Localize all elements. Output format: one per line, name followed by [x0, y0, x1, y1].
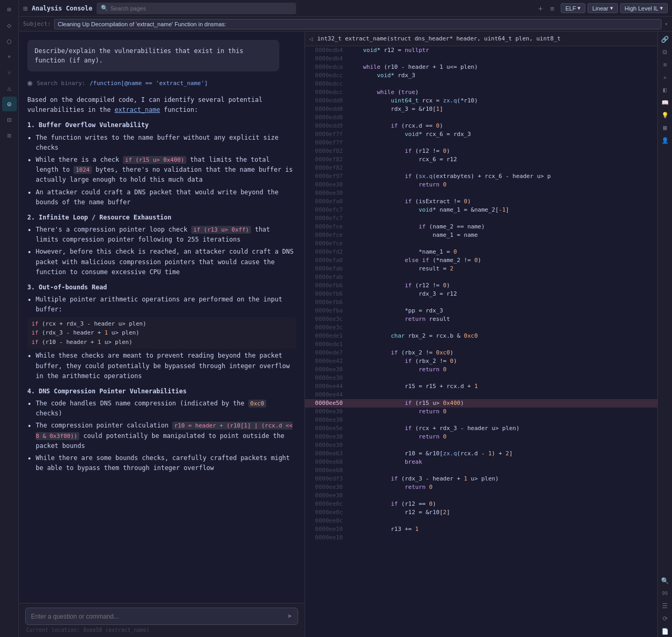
- highlevel-dropdown[interactable]: High Level IL ▾: [620, 3, 668, 13]
- section-1-list: The function writes to the name buffer w…: [36, 133, 296, 207]
- section-1-header: 1. Buffer Overflow Vulnerability: [27, 120, 296, 130]
- subject-input[interactable]: [54, 19, 662, 29]
- code-spacer-ee30-4: 0000ee30: [305, 441, 657, 450]
- code-line-ee30-4: 0000ee30 return 0: [305, 433, 657, 441]
- num-icon[interactable]: 99: [659, 588, 671, 599]
- right-panel: ◁ int32_t extract_name(struct dns_header…: [305, 32, 657, 637]
- send-button[interactable]: ➤: [287, 611, 292, 621]
- code-line-ef82-2: 0000ef82 rcx_6 = r12: [305, 155, 657, 164]
- code-line-efce-1: 0000efce if (name_2 == name): [305, 223, 657, 231]
- bug-icon[interactable]: ⚠: [2, 81, 17, 96]
- bulb-icon[interactable]: 💡: [659, 109, 671, 121]
- code-line-ee0c-2: 0000ee0c r12 = &r10[2]: [305, 508, 657, 517]
- robot-icon[interactable]: ⊙: [2, 97, 17, 111]
- code-spacer-edcc: 0000edcc: [305, 80, 657, 88]
- tab-menu-button[interactable]: ≡: [548, 3, 556, 14]
- subject-bar: Subject: ▾: [19, 17, 672, 32]
- book-icon[interactable]: 📖: [659, 97, 671, 108]
- code-nav: ◁: [309, 35, 313, 43]
- code-line-ee42: 0000ee42 if (rbx_2 != 0): [305, 357, 657, 366]
- layers-icon[interactable]: ≋: [2, 128, 17, 143]
- chat-input-area: ➤ Current location: 0xee50 (extract_name…: [19, 603, 304, 637]
- code-spacer-efab: 0000efab: [305, 273, 657, 281]
- code-spacer-ee3c: 0000ee3c: [305, 323, 657, 332]
- code-spacer-ee10: 0000ee10: [305, 534, 657, 542]
- link-icon[interactable]: 🔗: [659, 34, 671, 45]
- copy-icon[interactable]: ⧉: [659, 46, 671, 58]
- elf-dropdown[interactable]: ELF ▾: [561, 3, 585, 13]
- app-grid-icon: ⊞: [23, 4, 27, 13]
- menu2-icon[interactable]: ≡: [659, 59, 671, 70]
- code-body[interactable]: 0000edb4 void* r12 = nullptr 0000edb4 00…: [305, 46, 657, 637]
- code-line-edcc-while: 0000edcc while (true): [305, 88, 657, 97]
- section-3-extra: While these checks are meant to prevent …: [36, 351, 296, 381]
- grid2-icon[interactable]: ▦: [659, 122, 671, 133]
- search-input[interactable]: [110, 5, 292, 12]
- sidebar-icon-0[interactable]: ⊞: [2, 2, 17, 17]
- func-name-link: extract_name: [114, 106, 160, 113]
- code-spacer-edd0: 0000edd0: [305, 113, 657, 122]
- tab-add-button[interactable]: +: [536, 3, 544, 14]
- person-icon[interactable]: ⚬: [2, 49, 17, 64]
- user-bubble: Describe/explain the vulnerabilities tha…: [27, 40, 279, 71]
- code-line-ee30-1: 0000ee30 return 0: [305, 181, 657, 189]
- code-line-efa0-else: 0000efa0 else if (*name_2 != 0): [305, 256, 657, 265]
- linear-dropdown[interactable]: Linear ▾: [587, 3, 618, 13]
- sidebar-icon-1[interactable]: ◇: [2, 18, 17, 33]
- ai-response: Based on the decompiled code, I can iden…: [27, 95, 296, 475]
- search-binary-dot: [27, 81, 33, 86]
- code-line-ee30-3: 0000ee30 return 0: [305, 408, 657, 416]
- code-spacer-ee30-3: 0000ee30: [305, 416, 657, 424]
- code-spacer-ee44: 0000ee44: [305, 391, 657, 399]
- code-line-efce-2: 0000efce name_1 = name: [305, 231, 657, 239]
- section-3-header: 3. Out-of-bounds Read: [27, 283, 296, 293]
- search2-icon[interactable]: 🔍: [659, 575, 671, 587]
- code-spacer-ee30-5: 0000ee30: [305, 492, 657, 500]
- code-line-ee10-1: 0000ee10 r13 += 1: [305, 525, 657, 534]
- sidebar-left: ⊞ ◇ ○ ⚬ ⑂ ⚠ ⊙ ⊟ ≋: [0, 0, 19, 637]
- code-line-edca: 0000edca while (r10 - header + 1 u<= ple…: [305, 63, 657, 71]
- sidebar-right: 🔗 ⧉ ≡ ✕ ◧ 📖 💡 ▦ 👤 🔍 99 ☰ ⟳ 📄: [657, 32, 672, 637]
- code-line-ede1-1: 0000ede1 char rbx_2 = rcx.b & 0xc0: [305, 332, 657, 340]
- layers2-icon[interactable]: ◧: [659, 84, 671, 96]
- chat-area: Describe/explain the vulnerabilities tha…: [19, 32, 304, 603]
- section-4-list: The code handles DNS name compression (i…: [36, 399, 296, 473]
- doc-icon[interactable]: 📄: [659, 625, 671, 637]
- user2-icon[interactable]: 👤: [659, 134, 671, 146]
- search-bar-container: 🔍: [97, 3, 296, 14]
- branch-icon[interactable]: ⑂: [2, 65, 17, 80]
- code-spacer-ef82: 0000ef82: [305, 164, 657, 172]
- user-bubble-text: Describe/explain the vulnerabilities tha…: [35, 47, 243, 64]
- code-spacer-ef7f: 0000ef7f: [305, 139, 657, 147]
- code-line-ef7f-1: 0000ef7f void* rcx_6 = rdx_3: [305, 130, 657, 139]
- view-dropdowns: ELF ▾ Linear ▾ High Level IL ▾: [561, 3, 668, 13]
- code-line-efc7-1: 0000efc7 void* name_1 = &name_2[-1]: [305, 206, 657, 214]
- subject-dropdown-icon[interactable]: ▾: [665, 21, 668, 27]
- table-icon[interactable]: ⊟: [2, 112, 17, 127]
- topbar: ⊞ Analysis Console 🔍 + ≡ ELF ▾ Linear ▾ …: [19, 0, 672, 17]
- history-icon[interactable]: ⟳: [659, 613, 671, 624]
- code-line-efb6-1: 0000efb6 if (r12 != 0): [305, 281, 657, 290]
- code-line-2: if (rdx_3 - header + 1 u> plen): [32, 328, 292, 338]
- search-binary-row: Search binary: /function[@name == 'extra…: [27, 78, 296, 89]
- nav-back-arrow[interactable]: ◁: [309, 35, 313, 43]
- code-spacer-efb6: 0000efb6: [305, 298, 657, 307]
- code-line-ee3c: 0000ee3c return result: [305, 315, 657, 323]
- chat-input-row: ➤: [25, 608, 298, 625]
- list2-icon[interactable]: ☰: [659, 600, 671, 612]
- code-block-1: if (rcx + rdx_3 - header u> plen) if (rd…: [27, 317, 296, 349]
- search-icon: 🔍: [101, 5, 108, 12]
- search-binary-query: /function[@name == 'extract_name']: [90, 80, 208, 87]
- sidebar-icon-2[interactable]: ○: [2, 34, 17, 48]
- code-line-edd0-2: 0000edd0 rdx_3 = &r10[1]: [305, 105, 657, 113]
- chat-input-field[interactable]: [31, 613, 283, 620]
- subject-label: Subject:: [23, 20, 51, 27]
- code-spacer-efce: 0000efce: [305, 239, 657, 248]
- code-line-efab: 0000efab result = 2: [305, 265, 657, 273]
- left-panel: Describe/explain the vulnerabilities tha…: [19, 32, 305, 637]
- section-2-header: 2. Infinite Loop / Resource Exhaustion: [27, 213, 296, 223]
- code-spacer-efc7: 0000efc7: [305, 214, 657, 223]
- code-line-efd2: 0000efd2 *name_1 = 0: [305, 248, 657, 256]
- x-icon[interactable]: ✕: [659, 71, 671, 83]
- code-line-ee0c-1: 0000ee0c if (r12 == 0): [305, 500, 657, 508]
